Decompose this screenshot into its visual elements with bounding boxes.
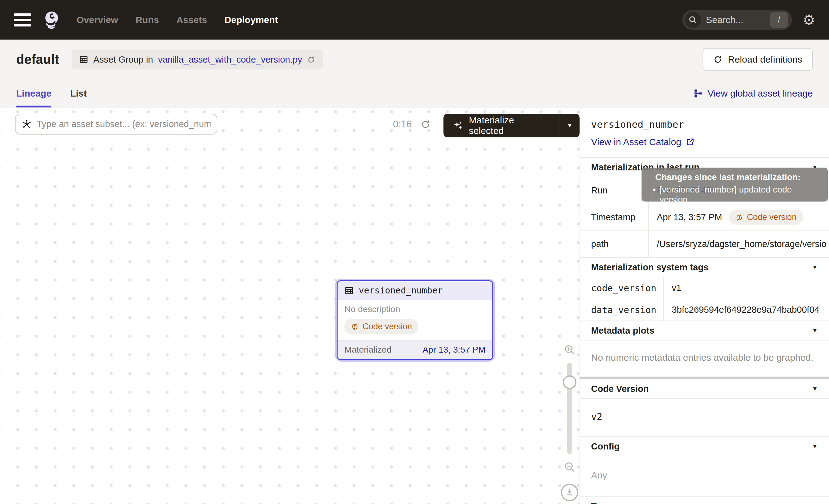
- zoom-slider-thumb[interactable]: [563, 375, 576, 389]
- chevron-down-icon: ▼: [812, 503, 818, 504]
- materialize-selected-label: Materialize selected: [469, 115, 550, 136]
- nav-assets[interactable]: Assets: [176, 15, 207, 25]
- chevron-down-icon: ▼: [812, 164, 818, 171]
- asset-subset-input[interactable]: [37, 119, 211, 129]
- gear-icon[interactable]: ⚙: [802, 13, 815, 27]
- view-in-asset-catalog-link[interactable]: View in Asset Catalog: [591, 137, 818, 147]
- main-content: 0:16 Materialize selected ▼: [0, 107, 829, 504]
- config-value: Any: [580, 456, 829, 496]
- data-version-tag-label: data_version: [580, 299, 663, 321]
- reload-definitions-button[interactable]: Reload definitions: [702, 48, 813, 71]
- chevron-down-icon: ▼: [812, 327, 818, 334]
- view-global-asset-lineage-link[interactable]: View global asset lineage: [694, 88, 813, 99]
- search-icon: [685, 12, 701, 28]
- zoom-out-icon[interactable]: [563, 461, 576, 473]
- code-version-changed-icon: [351, 323, 359, 331]
- sparkles-icon: [453, 120, 463, 131]
- search-input[interactable]: [706, 15, 770, 25]
- search-shortcut-chip: /: [770, 12, 788, 28]
- reload-icon: [713, 55, 722, 64]
- nav-runs[interactable]: Runs: [136, 15, 159, 25]
- lineage-canvas[interactable]: 0:16 Materialize selected ▼: [0, 107, 580, 504]
- asset-node-description: No description: [345, 304, 485, 314]
- nav-deployment[interactable]: Deployment: [224, 15, 278, 25]
- code-version-value: v2: [580, 399, 829, 436]
- asset-node-versioned-number[interactable]: versioned_number No description: [335, 279, 495, 362]
- dagster-logo[interactable]: [42, 10, 61, 30]
- asset-node-body: No description Code version: [337, 300, 492, 340]
- code-version-tag-value: v1: [672, 283, 681, 293]
- materialize-selected-split-button: Materialize selected ▼: [443, 114, 580, 137]
- zoom-slider[interactable]: [567, 363, 572, 454]
- section-title: Code Version: [591, 384, 649, 394]
- code-version-badge-label: Code version: [747, 212, 797, 222]
- section-type[interactable]: Type ▼: [580, 497, 829, 504]
- section-title: Metadata plots: [591, 325, 654, 336]
- path-label: path: [580, 231, 649, 257]
- sidebar-asset-summary: versioned_number View in Asset Catalog: [580, 107, 829, 157]
- timer-countdown: 0:16: [393, 119, 412, 130]
- section-code-version[interactable]: Code Version ▼: [580, 379, 829, 398]
- code-version-tag-row: code_version v1: [580, 277, 829, 299]
- breadcrumb-prefix: Asset Group in: [94, 55, 153, 65]
- chevron-down-icon: ▼: [812, 264, 818, 271]
- view-tabs-row: Lineage List View global asset lineage: [0, 79, 829, 107]
- materialize-selected-button[interactable]: Materialize selected: [443, 114, 560, 137]
- refresh-timer: 0:16: [393, 119, 431, 130]
- tab-list[interactable]: List: [70, 79, 86, 107]
- chevron-down-icon: ▼: [812, 385, 818, 392]
- asset-details-sidebar: versioned_number View in Asset Catalog M…: [580, 107, 829, 504]
- main-nav: Overview Runs Assets Deployment: [77, 15, 278, 25]
- code-version-badge: Code version: [729, 210, 803, 225]
- code-version-tag-label: code_version: [580, 277, 663, 299]
- section-title: Config: [591, 441, 620, 452]
- refresh-icon[interactable]: [421, 119, 431, 130]
- tab-lineage[interactable]: Lineage: [16, 79, 51, 107]
- sidebar-asset-name: versioned_number: [591, 119, 818, 130]
- zoom-in-icon[interactable]: [563, 344, 576, 356]
- download-image-button[interactable]: [561, 484, 578, 501]
- breadcrumb-refresh-icon[interactable]: [307, 56, 316, 64]
- timestamp-value: Apr 13, 3:57 PM: [657, 212, 722, 222]
- section-metadata-plots[interactable]: Metadata plots ▼: [580, 321, 829, 340]
- asset-node-name: versioned_number: [359, 285, 443, 296]
- materialized-status-label: Materialized: [345, 345, 392, 355]
- chevron-down-icon: ▼: [567, 122, 573, 129]
- asset-node-footer: Materialized Apr 13, 3:57 PM: [337, 340, 492, 359]
- nav-overview[interactable]: Overview: [77, 15, 118, 25]
- section-title: Type: [591, 501, 612, 504]
- external-link-icon: [686, 138, 694, 146]
- hamburger-menu-icon[interactable]: [14, 13, 31, 27]
- path-link[interactable]: /Users/sryza/dagster_home/storage/versio: [657, 239, 827, 249]
- view-global-asset-lineage-label: View global asset lineage: [708, 88, 813, 99]
- section-config[interactable]: Config ▼: [580, 437, 829, 456]
- timestamp-row: Timestamp Apr 13, 3:57 PM Code versi: [580, 204, 829, 231]
- section-materialization-system-tags[interactable]: Materialization system tags ▼: [580, 258, 829, 277]
- asset-node-header: versioned_number: [337, 281, 492, 300]
- section-title: Materialization system tags: [591, 262, 709, 273]
- run-link[interactable]: Run 5268743b: [657, 185, 716, 195]
- search-box[interactable]: /: [682, 10, 792, 30]
- section-materialization-in-last-run[interactable]: Materialization in last run ▼: [580, 157, 829, 177]
- canvas-zoom-controls: [561, 344, 579, 501]
- materialized-timestamp-link[interactable]: Apr 13, 3:57 PM: [423, 345, 485, 355]
- materialize-dropdown-button[interactable]: ▼: [560, 114, 580, 137]
- page-title: default: [16, 52, 59, 67]
- run-label: Run: [580, 177, 649, 204]
- asset-group-breadcrumb: Asset Group in vanilla_asset_with_code_v…: [72, 49, 323, 69]
- chevron-down-icon: ▼: [812, 443, 818, 450]
- data-version-tag-row: data_version 3bfc269594ef649228e9a74bab0…: [580, 299, 829, 321]
- page-header: default Asset Group in vanilla_asset_wit…: [0, 40, 829, 79]
- code-version-badge: Code version: [345, 319, 418, 334]
- code-version-badge-label: Code version: [362, 322, 412, 331]
- code-version-changed-icon: [735, 213, 743, 221]
- view-in-asset-catalog-label: View in Asset Catalog: [591, 137, 681, 147]
- top-navigation-bar: Overview Runs Assets Deployment / ⚙: [0, 0, 829, 40]
- asset-subset-filter[interactable]: [15, 114, 217, 135]
- metadata-plots-empty-text: No numeric metadata entries available to…: [580, 340, 829, 376]
- lineage-graph-icon: [694, 89, 702, 98]
- breadcrumb-file-link[interactable]: vanilla_asset_with_code_version.py: [158, 55, 302, 65]
- thick-divider: [580, 376, 829, 379]
- table-icon: [345, 286, 354, 295]
- run-row: Run Run 5268743b: [580, 177, 829, 204]
